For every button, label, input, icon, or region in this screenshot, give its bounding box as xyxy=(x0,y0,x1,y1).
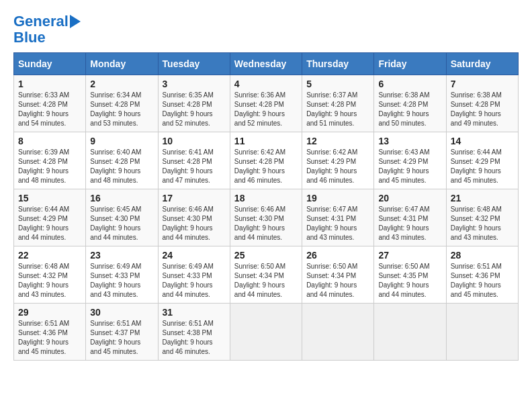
calendar-cell: 2 Sunrise: 6:34 AM Sunset: 4:28 PM Dayli… xyxy=(86,75,158,132)
sunrise-label: Sunrise: 6:44 AM xyxy=(451,148,502,156)
day-number: 16 xyxy=(90,193,153,203)
day-number: 6 xyxy=(378,79,441,89)
daylight-label: Daylight: 9 hours and 46 minutes. xyxy=(306,167,357,184)
daylight-label: Daylight: 9 hours and 45 minutes. xyxy=(18,338,69,355)
sunrise-label: Sunrise: 6:41 AM xyxy=(163,148,214,156)
day-number: 18 xyxy=(234,193,298,203)
sunrise-label: Sunrise: 6:39 AM xyxy=(18,148,69,156)
sunset-label: Sunset: 4:28 PM xyxy=(163,101,212,108)
day-number: 9 xyxy=(90,136,153,146)
day-info: Sunrise: 6:39 AM Sunset: 4:28 PM Dayligh… xyxy=(18,148,81,185)
daylight-label: Daylight: 9 hours and 45 minutes. xyxy=(451,281,501,298)
day-number: 30 xyxy=(90,307,153,318)
sunrise-label: Sunrise: 6:51 AM xyxy=(90,320,141,327)
sunset-label: Sunset: 4:28 PM xyxy=(306,101,356,108)
calendar-cell: 4 Sunrise: 6:36 AM Sunset: 4:28 PM Dayli… xyxy=(230,75,302,132)
weekday-header-saturday: Saturday xyxy=(446,53,518,75)
calendar-cell: 3 Sunrise: 6:35 AM Sunset: 4:28 PM Dayli… xyxy=(158,75,230,132)
sunset-label: Sunset: 4:31 PM xyxy=(306,215,356,222)
calendar-cell: 10 Sunrise: 6:41 AM Sunset: 4:28 PM Dayl… xyxy=(158,132,230,189)
sunrise-label: Sunrise: 6:51 AM xyxy=(163,320,214,327)
day-info: Sunrise: 6:51 AM Sunset: 4:36 PM Dayligh… xyxy=(18,319,81,357)
day-info: Sunrise: 6:38 AM Sunset: 4:28 PM Dayligh… xyxy=(451,91,514,128)
daylight-label: Daylight: 9 hours and 44 minutes. xyxy=(90,224,140,241)
day-info: Sunrise: 6:47 AM Sunset: 4:31 PM Dayligh… xyxy=(306,205,369,242)
calendar-cell xyxy=(230,304,302,361)
weekday-header-monday: Monday xyxy=(86,53,158,75)
day-info: Sunrise: 6:51 AM Sunset: 4:36 PM Dayligh… xyxy=(451,262,514,300)
day-number: 20 xyxy=(378,193,441,203)
sunset-label: Sunset: 4:29 PM xyxy=(378,158,428,165)
daylight-label: Daylight: 9 hours and 54 minutes. xyxy=(18,110,69,127)
calendar-cell: 6 Sunrise: 6:38 AM Sunset: 4:28 PM Dayli… xyxy=(374,75,446,132)
daylight-label: Daylight: 9 hours and 43 minutes. xyxy=(378,224,429,241)
day-number: 19 xyxy=(306,193,369,203)
day-number: 29 xyxy=(18,307,81,318)
day-number: 31 xyxy=(163,307,226,318)
daylight-label: Daylight: 9 hours and 43 minutes. xyxy=(90,281,140,298)
daylight-label: Daylight: 9 hours and 44 minutes. xyxy=(18,224,69,241)
day-number: 25 xyxy=(234,250,298,261)
sunrise-label: Sunrise: 6:43 AM xyxy=(378,148,429,156)
calendar-cell: 12 Sunrise: 6:42 AM Sunset: 4:29 PM Dayl… xyxy=(302,132,374,189)
daylight-label: Daylight: 9 hours and 46 minutes. xyxy=(163,338,213,355)
daylight-label: Daylight: 9 hours and 45 minutes. xyxy=(378,167,429,184)
daylight-label: Daylight: 9 hours and 46 minutes. xyxy=(234,167,285,184)
day-info: Sunrise: 6:49 AM Sunset: 4:33 PM Dayligh… xyxy=(163,262,226,300)
header: General Blue xyxy=(13,13,519,46)
day-number: 10 xyxy=(163,136,226,146)
sunset-label: Sunset: 4:28 PM xyxy=(451,101,500,108)
weekday-header-sunday: Sunday xyxy=(14,53,86,75)
daylight-label: Daylight: 9 hours and 44 minutes. xyxy=(163,224,213,241)
day-number: 17 xyxy=(163,193,226,203)
daylight-label: Daylight: 9 hours and 53 minutes. xyxy=(90,110,140,127)
sunset-label: Sunset: 4:38 PM xyxy=(163,329,212,336)
daylight-label: Daylight: 9 hours and 43 minutes. xyxy=(306,224,357,241)
sunset-label: Sunset: 4:30 PM xyxy=(90,215,140,222)
sunrise-label: Sunrise: 6:46 AM xyxy=(163,205,214,213)
calendar-cell: 8 Sunrise: 6:39 AM Sunset: 4:28 PM Dayli… xyxy=(14,132,86,189)
calendar-cell: 20 Sunrise: 6:47 AM Sunset: 4:31 PM Dayl… xyxy=(374,189,446,246)
calendar-cell: 17 Sunrise: 6:46 AM Sunset: 4:30 PM Dayl… xyxy=(158,189,230,246)
calendar-cell: 24 Sunrise: 6:49 AM Sunset: 4:33 PM Dayl… xyxy=(158,246,230,304)
day-number: 21 xyxy=(451,193,514,203)
day-number: 4 xyxy=(234,79,298,89)
sunrise-label: Sunrise: 6:44 AM xyxy=(18,205,69,213)
day-number: 1 xyxy=(18,79,81,89)
sunset-label: Sunset: 4:33 PM xyxy=(163,272,212,279)
day-info: Sunrise: 6:47 AM Sunset: 4:31 PM Dayligh… xyxy=(378,205,441,242)
day-info: Sunrise: 6:46 AM Sunset: 4:30 PM Dayligh… xyxy=(163,205,226,242)
daylight-label: Daylight: 9 hours and 45 minutes. xyxy=(451,167,501,184)
sunrise-label: Sunrise: 6:45 AM xyxy=(90,205,141,213)
day-number: 5 xyxy=(306,79,369,89)
day-number: 3 xyxy=(163,79,226,89)
sunset-label: Sunset: 4:36 PM xyxy=(18,329,68,336)
day-info: Sunrise: 6:46 AM Sunset: 4:30 PM Dayligh… xyxy=(234,205,298,242)
sunset-label: Sunset: 4:34 PM xyxy=(234,272,284,279)
calendar-cell: 22 Sunrise: 6:48 AM Sunset: 4:32 PM Dayl… xyxy=(14,246,86,304)
sunset-label: Sunset: 4:28 PM xyxy=(163,158,212,165)
day-info: Sunrise: 6:50 AM Sunset: 4:35 PM Dayligh… xyxy=(378,262,441,300)
sunset-label: Sunset: 4:30 PM xyxy=(163,215,212,222)
calendar-cell xyxy=(446,304,518,361)
sunset-label: Sunset: 4:32 PM xyxy=(451,215,500,222)
calendar-cell xyxy=(374,304,446,361)
daylight-label: Daylight: 9 hours and 44 minutes. xyxy=(163,281,213,298)
sunrise-label: Sunrise: 6:47 AM xyxy=(378,205,429,213)
sunset-label: Sunset: 4:35 PM xyxy=(378,272,428,279)
day-number: 13 xyxy=(378,136,441,146)
day-info: Sunrise: 6:51 AM Sunset: 4:38 PM Dayligh… xyxy=(163,319,226,357)
day-number: 28 xyxy=(451,250,514,261)
sunset-label: Sunset: 4:29 PM xyxy=(451,158,500,165)
sunset-label: Sunset: 4:31 PM xyxy=(378,215,428,222)
day-info: Sunrise: 6:41 AM Sunset: 4:28 PM Dayligh… xyxy=(163,148,226,185)
day-info: Sunrise: 6:50 AM Sunset: 4:34 PM Dayligh… xyxy=(306,262,369,300)
calendar-cell: 13 Sunrise: 6:43 AM Sunset: 4:29 PM Dayl… xyxy=(374,132,446,189)
logo-text: General xyxy=(13,13,69,30)
day-info: Sunrise: 6:44 AM Sunset: 4:29 PM Dayligh… xyxy=(451,148,514,185)
sunset-label: Sunset: 4:29 PM xyxy=(306,158,356,165)
logo-blue-text: Blue xyxy=(13,30,46,46)
day-number: 2 xyxy=(90,79,153,89)
weekday-header-tuesday: Tuesday xyxy=(158,53,230,75)
daylight-label: Daylight: 9 hours and 52 minutes. xyxy=(163,110,213,127)
